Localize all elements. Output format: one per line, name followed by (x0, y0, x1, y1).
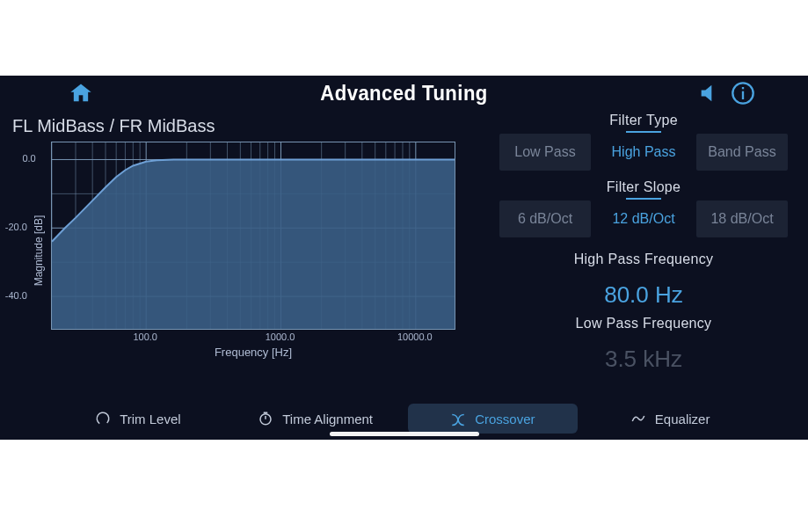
svg-rect-2 (742, 87, 744, 89)
tabbar: Trim Level Time Alignment Crossover Equa… (0, 397, 808, 440)
filter-slope-segmented: 6 dB/Oct 12 dB/Oct 18 dB/Oct (491, 200, 796, 237)
svg-rect-1 (742, 91, 744, 99)
low-pass-freq-label: Low Pass Frequency (491, 314, 796, 337)
controls-pane: Filter Type Low Pass High Pass Band Pass… (491, 111, 808, 397)
tab-label: Time Alignment (282, 412, 373, 426)
filter-slope-18db[interactable]: 18 dB/Oct (696, 200, 788, 237)
x-tick: 100.0 (133, 332, 157, 342)
trim-icon (95, 411, 111, 426)
tab-label: Equalizer (655, 412, 710, 426)
tab-time-alignment[interactable]: Time Alignment (230, 404, 401, 434)
tab-equalizer[interactable]: Equalizer (585, 404, 755, 434)
tab-label: Crossover (475, 412, 535, 426)
volume-icon[interactable] (697, 81, 722, 106)
x-ticks: 100.0 1000.0 10000.0 (51, 330, 455, 344)
y-ticks: 0.0 -20.0 -40.0 (26, 142, 53, 330)
svg-point-37 (95, 411, 111, 426)
low-pass-freq-value[interactable]: 3.5 kHz (491, 337, 796, 378)
x-tick: 10000.0 (397, 332, 433, 342)
chart-container: Magnitude [dB] 0.0 -20.0 -40.0 100.0 100… (0, 142, 491, 359)
y-tick: -20.0 (5, 222, 27, 232)
filter-type-segmented: Low Pass High Pass Band Pass (491, 134, 796, 171)
header-actions (697, 81, 755, 106)
tab-trim-level[interactable]: Trim Level (53, 404, 223, 434)
filter-type-low-pass[interactable]: Low Pass (499, 134, 591, 171)
crossover-icon (450, 411, 466, 426)
x-tick: 1000.0 (266, 332, 295, 342)
body: FL MidBass / FR MidBass Magnitude [dB] 0… (0, 111, 808, 397)
filter-slope-6db[interactable]: 6 dB/Oct (499, 200, 591, 237)
chart-pane: FL MidBass / FR MidBass Magnitude [dB] 0… (0, 111, 491, 397)
high-pass-freq-label: High Pass Frequency (491, 244, 796, 273)
info-icon[interactable] (731, 81, 755, 106)
home-icon[interactable] (69, 81, 93, 106)
stopwatch-icon (258, 411, 273, 426)
app-root: Advanced Tuning FL MidBass / FR MidBass … (0, 76, 808, 440)
header: Advanced Tuning (0, 76, 808, 111)
y-tick: 0.0 (22, 153, 35, 164)
page-title: Advanced Tuning (320, 81, 487, 106)
tab-crossover[interactable]: Crossover (408, 404, 579, 434)
filter-slope-12db[interactable]: 12 dB/Oct (598, 200, 689, 237)
equalizer-icon (630, 411, 646, 426)
filter-type-high-pass[interactable]: High Pass (598, 134, 689, 171)
channel-label: FL MidBass / FR MidBass (0, 111, 491, 142)
high-pass-freq-value[interactable]: 80.0 Hz (491, 273, 796, 314)
filter-type-band-pass[interactable]: Band Pass (696, 134, 788, 171)
filter-response-chart[interactable] (51, 142, 455, 330)
tab-label: Trim Level (120, 412, 180, 426)
y-tick: -40.0 (5, 290, 27, 301)
x-axis-label: Frequency [Hz] (51, 344, 455, 359)
home-indicator[interactable] (330, 432, 479, 436)
